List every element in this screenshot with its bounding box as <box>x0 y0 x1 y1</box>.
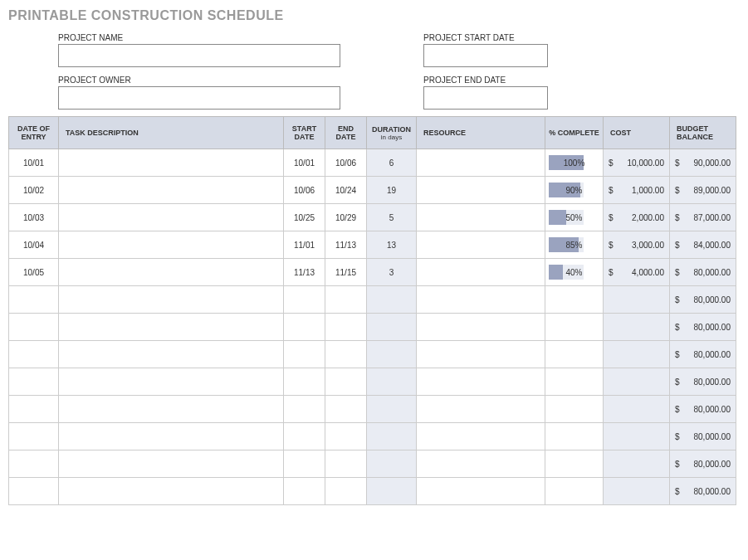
cell-task[interactable] <box>59 231 284 259</box>
cell-end[interactable] <box>325 396 367 423</box>
cell-start[interactable] <box>284 368 325 396</box>
cell-end[interactable] <box>325 286 367 314</box>
cell-start[interactable] <box>284 478 325 505</box>
cell-date-entry[interactable] <box>9 286 59 314</box>
cell-date-entry[interactable] <box>9 423 59 450</box>
cell-end[interactable] <box>325 341 367 368</box>
cell-duration[interactable] <box>367 478 417 505</box>
cell-cost[interactable] <box>604 286 670 314</box>
cell-cost[interactable] <box>604 396 670 423</box>
cell-cost[interactable]: $1,000.00 <box>604 177 670 204</box>
cell-pct[interactable]: 100% <box>545 149 604 177</box>
cell-task[interactable] <box>59 450 284 478</box>
cell-date-entry[interactable] <box>9 341 59 368</box>
cell-duration[interactable] <box>367 341 417 368</box>
cell-pct[interactable]: 40% <box>545 259 604 286</box>
cell-task[interactable] <box>59 259 284 286</box>
cell-budget[interactable]: $90,000.00 <box>670 149 736 177</box>
cell-cost[interactable] <box>604 423 670 450</box>
cell-pct[interactable] <box>545 450 604 478</box>
cell-task[interactable] <box>59 368 284 396</box>
cell-date-entry[interactable] <box>9 314 59 341</box>
cell-date-entry[interactable]: 10/05 <box>9 259 59 286</box>
cell-resource[interactable] <box>417 149 545 177</box>
cell-end[interactable]: 10/06 <box>325 149 367 177</box>
cell-cost[interactable]: $4,000.00 <box>604 259 670 286</box>
cell-task[interactable] <box>59 396 284 423</box>
cell-start[interactable] <box>284 286 325 314</box>
project-owner-input[interactable] <box>58 86 340 110</box>
cell-start[interactable]: 11/01 <box>284 231 325 259</box>
cell-task[interactable] <box>59 314 284 341</box>
cell-start[interactable] <box>284 396 325 423</box>
cell-resource[interactable] <box>417 478 545 505</box>
cell-budget[interactable]: $84,000.00 <box>670 231 736 259</box>
cell-start[interactable] <box>284 423 325 450</box>
cell-resource[interactable] <box>417 231 545 259</box>
cell-start[interactable]: 11/13 <box>284 259 325 286</box>
cell-end[interactable] <box>325 368 367 396</box>
cell-cost[interactable]: $2,000.00 <box>604 204 670 231</box>
cell-budget[interactable]: $80,000.00 <box>670 368 736 396</box>
cell-cost[interactable] <box>604 450 670 478</box>
cell-date-entry[interactable] <box>9 368 59 396</box>
cell-pct[interactable] <box>545 314 604 341</box>
cell-end[interactable] <box>325 314 367 341</box>
project-start-input[interactable] <box>423 44 548 67</box>
cell-start[interactable]: 10/01 <box>284 149 325 177</box>
cell-pct[interactable] <box>545 423 604 450</box>
cell-cost[interactable] <box>604 478 670 505</box>
cell-resource[interactable] <box>417 450 545 478</box>
cell-cost[interactable] <box>604 341 670 368</box>
cell-duration[interactable]: 5 <box>367 204 417 231</box>
cell-budget[interactable]: $80,000.00 <box>670 450 736 478</box>
cell-start[interactable] <box>284 450 325 478</box>
cell-start[interactable]: 10/25 <box>284 204 325 231</box>
cell-end[interactable] <box>325 450 367 478</box>
cell-end[interactable] <box>325 478 367 505</box>
cell-resource[interactable] <box>417 204 545 231</box>
cell-cost[interactable] <box>604 314 670 341</box>
cell-budget[interactable]: $80,000.00 <box>670 259 736 286</box>
cell-budget[interactable]: $80,000.00 <box>670 478 736 505</box>
cell-duration[interactable] <box>367 314 417 341</box>
cell-resource[interactable] <box>417 177 545 204</box>
cell-date-entry[interactable]: 10/04 <box>9 231 59 259</box>
cell-budget[interactable]: $80,000.00 <box>670 341 736 368</box>
cell-budget[interactable]: $80,000.00 <box>670 423 736 450</box>
cell-cost[interactable] <box>604 368 670 396</box>
cell-budget[interactable]: $80,000.00 <box>670 396 736 423</box>
cell-date-entry[interactable]: 10/01 <box>9 149 59 177</box>
cell-cost[interactable]: $3,000.00 <box>604 231 670 259</box>
cell-resource[interactable] <box>417 341 545 368</box>
cell-date-entry[interactable] <box>9 396 59 423</box>
cell-pct[interactable]: 90% <box>545 177 604 204</box>
cell-date-entry[interactable]: 10/03 <box>9 204 59 231</box>
cell-resource[interactable] <box>417 314 545 341</box>
cell-duration[interactable]: 6 <box>367 149 417 177</box>
cell-task[interactable] <box>59 478 284 505</box>
cell-duration[interactable]: 13 <box>367 231 417 259</box>
cell-duration[interactable]: 19 <box>367 177 417 204</box>
cell-duration[interactable] <box>367 368 417 396</box>
project-name-input[interactable] <box>58 44 340 67</box>
cell-date-entry[interactable] <box>9 450 59 478</box>
cell-resource[interactable] <box>417 286 545 314</box>
cell-duration[interactable]: 3 <box>367 259 417 286</box>
cell-end[interactable]: 11/15 <box>325 259 367 286</box>
cell-end[interactable]: 10/24 <box>325 177 367 204</box>
cell-pct[interactable] <box>545 286 604 314</box>
cell-date-entry[interactable]: 10/02 <box>9 177 59 204</box>
cell-resource[interactable] <box>417 368 545 396</box>
cell-task[interactable] <box>59 149 284 177</box>
cell-end[interactable] <box>325 423 367 450</box>
cell-budget[interactable]: $87,000.00 <box>670 204 736 231</box>
cell-pct[interactable]: 85% <box>545 231 604 259</box>
cell-resource[interactable] <box>417 423 545 450</box>
cell-duration[interactable] <box>367 286 417 314</box>
cell-budget[interactable]: $80,000.00 <box>670 286 736 314</box>
cell-start[interactable]: 10/06 <box>284 177 325 204</box>
cell-duration[interactable] <box>367 396 417 423</box>
cell-duration[interactable] <box>367 450 417 478</box>
cell-pct[interactable] <box>545 341 604 368</box>
